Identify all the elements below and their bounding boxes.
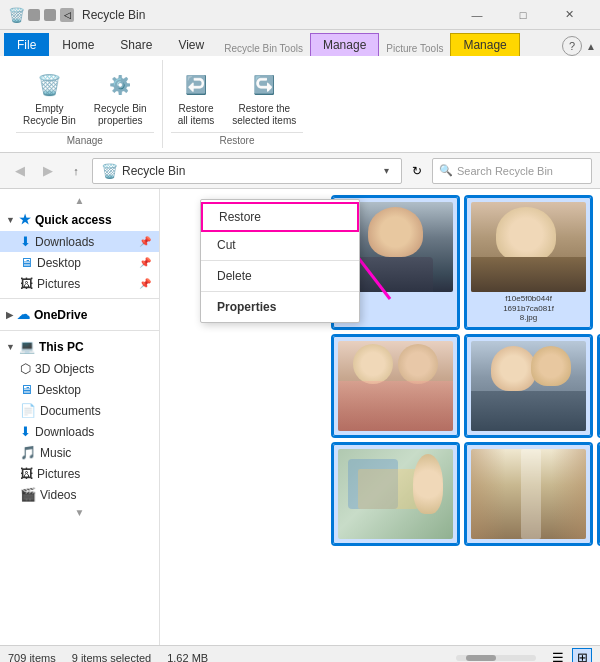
sidebar-label-videos: Videos — [40, 488, 76, 502]
status-bar: 709 items 9 items selected 1.62 MB ☰ ⊞ — [0, 645, 600, 662]
up-button[interactable]: ↑ — [64, 159, 88, 183]
thumb-item-2[interactable]: f10e5f0b044f1691b7ca081f8.jpg — [466, 197, 591, 328]
refresh-button[interactable]: ↻ — [406, 160, 428, 182]
sidebar-divider-2 — [0, 330, 159, 331]
sidebar-label-3dobjects: 3D Objects — [35, 362, 94, 376]
path-folder-icon: 🗑️ — [101, 163, 118, 179]
desktop-icon: 🖥 — [20, 255, 33, 270]
sidebar-label-picturespc: Pictures — [37, 467, 80, 481]
horizontal-scrollbar[interactable] — [456, 655, 536, 661]
ribbon-content: 🗑️ EmptyRecycle Bin ⚙️ Recycle Binproper… — [0, 56, 600, 153]
address-bar: ◀ ▶ ↑ 🗑️ Recycle Bin ▾ ↻ 🔍 Search Recycl… — [0, 153, 600, 189]
context-menu-cut[interactable]: Cut — [201, 232, 359, 258]
context-menu-sep-2 — [201, 291, 359, 292]
help-button[interactable]: ? — [562, 36, 582, 56]
context-menu-delete[interactable]: Delete — [201, 263, 359, 289]
videos-icon: 🎬 — [20, 487, 36, 502]
large-icons-view-button[interactable]: ⊞ — [572, 648, 592, 663]
restore-group-label: Restore — [171, 132, 304, 148]
tab-file[interactable]: File — [4, 33, 49, 56]
ribbon-help-area: ? ▲ — [562, 36, 600, 56]
picturespc-icon: 🖼 — [20, 466, 33, 481]
sidebar-item-videos[interactable]: 🎬 Videos — [0, 484, 159, 505]
context-menu: Restore Cut Delete Properties — [200, 199, 360, 323]
sidebar-header-onedrive[interactable]: ▶ ☁ OneDrive — [0, 303, 159, 326]
thispc-expand-icon: ▼ — [6, 342, 15, 352]
thumb-image-7 — [338, 449, 453, 539]
forward-button[interactable]: ▶ — [36, 159, 60, 183]
sidebar-item-pictures-pc[interactable]: 🖼 Pictures — [0, 463, 159, 484]
thumb-item-7[interactable] — [333, 444, 458, 544]
list-view-button[interactable]: ☰ — [548, 648, 568, 663]
ribbon-group-manage: 🗑️ EmptyRecycle Bin ⚙️ Recycle Binproper… — [8, 60, 163, 148]
thumb-image-8 — [471, 449, 586, 539]
restore-all-label: Restoreall items — [178, 103, 215, 127]
recycle-bin-properties-button[interactable]: ⚙️ Recycle Binproperties — [87, 64, 154, 132]
sidebar-label-downloads: Downloads — [35, 235, 94, 249]
thumb-image-5 — [471, 341, 586, 431]
ribbon-collapse[interactable]: ▲ — [586, 41, 596, 52]
pictures-icon: 🖼 — [20, 276, 33, 291]
ribbon-restore-items: ↩️ Restoreall items ↪️ Restore theselect… — [171, 60, 304, 132]
sidebar-item-desktop-pc[interactable]: 🖥 Desktop — [0, 379, 159, 400]
content-wrapper: Restore Cut Delete Properties — [160, 189, 600, 645]
sidebar-item-music[interactable]: 🎵 Music — [0, 442, 159, 463]
ribbon-group-restore: ↩️ Restoreall items ↪️ Restore theselect… — [163, 60, 312, 148]
sidebar-item-desktop[interactable]: 🖥 Desktop 📌 — [0, 252, 159, 273]
context-menu-properties[interactable]: Properties — [201, 294, 359, 320]
close-button[interactable]: ✕ — [546, 0, 592, 30]
quickaccess-star-icon: ★ — [19, 212, 31, 227]
empty-recycle-bin-button[interactable]: 🗑️ EmptyRecycle Bin — [16, 64, 83, 132]
thumb-item-5[interactable] — [466, 336, 591, 436]
sidebar-label-music: Music — [40, 446, 71, 460]
back-button[interactable]: ◀ — [8, 159, 32, 183]
onedrive-icon: ☁ — [17, 307, 30, 322]
tab-manage-recycle[interactable]: Manage — [310, 33, 379, 56]
sidebar-item-downloads-pc[interactable]: ⬇ Downloads — [0, 421, 159, 442]
sidebar-scroll-top: ▲ — [0, 193, 159, 208]
thispc-icon: 💻 — [19, 339, 35, 354]
minimize-button[interactable]: — — [454, 0, 500, 30]
main-area: ▲ ▼ ★ Quick access ⬇ Downloads 📌 🖥 Deskt… — [0, 189, 600, 645]
documents-icon: 📄 — [20, 403, 36, 418]
sidebar-item-pictures[interactable]: 🖼 Pictures 📌 — [0, 273, 159, 294]
downloads-pin-icon: 📌 — [139, 236, 151, 247]
sidebar-item-documents[interactable]: 📄 Documents — [0, 400, 159, 421]
app-icon: 🗑️ — [8, 7, 24, 23]
search-box[interactable]: 🔍 Search Recycle Bin — [432, 158, 592, 184]
quick-access-icon — [28, 9, 40, 21]
restore-all-button[interactable]: ↩️ Restoreall items — [171, 64, 222, 132]
tab-picture-tools-label: Picture Tools — [379, 40, 450, 56]
sidebar-header-quickaccess[interactable]: ▼ ★ Quick access — [0, 208, 159, 231]
sidebar-label-desktop: Desktop — [37, 256, 81, 270]
context-menu-restore[interactable]: Restore — [201, 202, 359, 232]
tab-manage-picture[interactable]: Manage — [450, 33, 519, 56]
sidebar-label-thispc: This PC — [39, 340, 84, 354]
address-dropdown-arrow[interactable]: ▾ — [380, 165, 393, 176]
pictures-pin-icon: 📌 — [139, 278, 151, 289]
status-selected-size: 1.62 MB — [167, 652, 208, 663]
tab-home[interactable]: Home — [49, 33, 107, 56]
sidebar-label-onedrive: OneDrive — [34, 308, 87, 322]
search-icon: 🔍 — [439, 164, 453, 177]
restore-selected-icon: ↪️ — [248, 69, 280, 101]
pin-icon — [44, 9, 56, 21]
search-input[interactable]: Search Recycle Bin — [457, 165, 585, 177]
sidebar-item-downloads[interactable]: ⬇ Downloads 📌 — [0, 231, 159, 252]
downloadspc-icon: ⬇ — [20, 424, 31, 439]
sidebar-label-downloadspc: Downloads — [35, 425, 94, 439]
thumb-item-4[interactable] — [333, 336, 458, 436]
manage-group-label: Manage — [16, 132, 154, 148]
restore-selected-button[interactable]: ↪️ Restore theselected items — [225, 64, 303, 132]
sidebar: ▲ ▼ ★ Quick access ⬇ Downloads 📌 🖥 Deskt… — [0, 189, 160, 645]
tab-view[interactable]: View — [165, 33, 217, 56]
sidebar-scroll-down: ▼ — [0, 505, 159, 520]
content-area: Restore Cut Delete Properties — [160, 189, 600, 645]
address-path-box[interactable]: 🗑️ Recycle Bin ▾ — [92, 158, 402, 184]
thumb-item-8[interactable] — [466, 444, 591, 544]
quickaccess-expand-icon: ▼ — [6, 215, 15, 225]
sidebar-header-thispc[interactable]: ▼ 💻 This PC — [0, 335, 159, 358]
sidebar-item-3dobjects[interactable]: ⬡ 3D Objects — [0, 358, 159, 379]
tab-share[interactable]: Share — [107, 33, 165, 56]
maximize-button[interactable]: □ — [500, 0, 546, 30]
